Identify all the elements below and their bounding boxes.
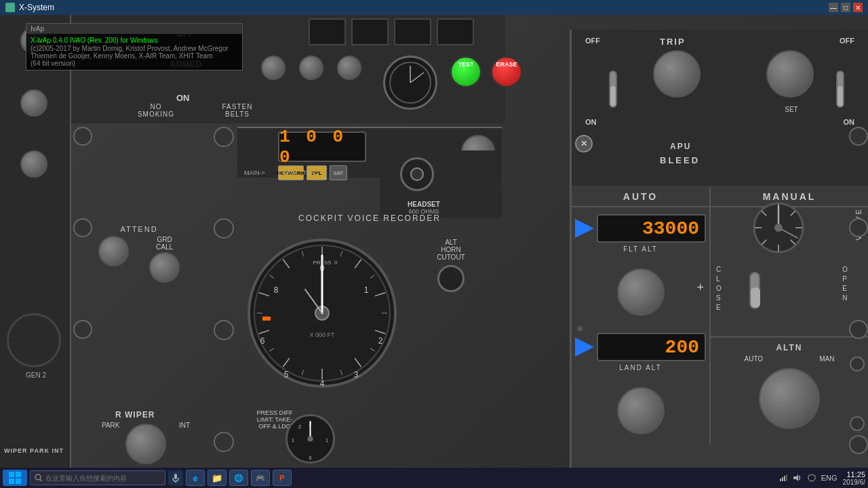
flt-alt-arrow: [575, 219, 594, 238]
right-edge-ind-2[interactable]: [849, 218, 868, 237]
dark-btn-2[interactable]: [351, 18, 389, 45]
int-label: INT: [179, 422, 190, 429]
knob-left-bot[interactable]: [20, 150, 47, 178]
mic-button[interactable]: [168, 470, 183, 485]
grd-call-knob[interactable]: [149, 252, 180, 283]
right-edge-ind-1[interactable]: [849, 127, 868, 146]
dark-btn-4[interactable]: [437, 18, 474, 45]
taskbar-right-area: ENG 11:25 2019/6/: [779, 470, 865, 486]
toggle-switch-right[interactable]: [836, 70, 844, 108]
left-side-ind-1[interactable]: [73, 127, 92, 146]
cockpit-panel: GEN 2 WIPER PARK INT OFF ARMED ON NO SMO…: [0, 15, 868, 468]
svg-rect-58: [9, 479, 14, 484]
svg-text:3: 3: [354, 370, 359, 380]
attend-knob[interactable]: [98, 236, 129, 266]
svg-rect-66: [784, 476, 785, 481]
apu-label: APU: [670, 142, 691, 151]
off-tr-right: OFF: [840, 37, 854, 45]
svg-rect-57: [16, 472, 21, 477]
close-label: C L O S E: [716, 265, 722, 312]
park-label: PARK: [102, 422, 120, 429]
test-button[interactable]: TEST: [450, 56, 482, 88]
left-strip: GEN 2 WIPER PARK INT: [0, 15, 71, 468]
cabin-climb-gauge: 2 1 0 1 2: [285, 413, 336, 464]
side-knob-1[interactable]: [214, 127, 234, 147]
svg-text:8: 8: [274, 285, 279, 295]
minimize-button[interactable]: —: [829, 3, 838, 12]
flt-alt-knob[interactable]: [617, 268, 665, 316]
valve-toggle[interactable]: [749, 272, 760, 309]
svg-rect-65: [782, 477, 783, 481]
right-panel: TRIP SET OFF OFF ON ON APU BLEED: [570, 30, 868, 483]
search-bar[interactable]: [30, 470, 165, 485]
left-side-ind-2[interactable]: [73, 218, 92, 237]
gen2-knob[interactable]: GEN 2: [7, 313, 61, 367]
svg-text:6: 6: [260, 336, 265, 346]
svg-rect-62: [174, 474, 177, 479]
trip-knob-right[interactable]: SET: [766, 50, 814, 98]
erase-button[interactable]: ERASE: [490, 56, 523, 88]
svg-point-55: [308, 436, 313, 442]
alt-horn-button[interactable]: [437, 265, 465, 292]
ivap-line2: (c)2005-2017 by Martin Domig, Kristof Pr…: [31, 45, 238, 52]
svg-text:4: 4: [320, 379, 325, 388]
altn-knob[interactable]: [759, 368, 820, 429]
svg-text:2: 2: [298, 424, 301, 429]
titlebar: X-System — □ ✕: [0, 0, 868, 15]
plus-button[interactable]: +: [696, 281, 704, 295]
taskbar-explorer-icon[interactable]: 📁: [208, 470, 226, 486]
on-tr-right: ON: [844, 118, 855, 126]
taskbar-browser-icon[interactable]: 🌐: [229, 470, 248, 486]
svg-text:PRESS: PRESS: [313, 260, 331, 266]
toggle-switch-left[interactable]: [609, 70, 617, 108]
svg-text:0: 0: [334, 260, 338, 266]
search-icon: [35, 474, 43, 482]
alt-horn-area: ALT HORN CUTOUT: [417, 239, 485, 292]
window-controls: — □ ✕: [829, 3, 863, 12]
top-right-panel: TRIP SET OFF OFF ON ON APU BLEED: [572, 30, 868, 186]
land-alt-knob[interactable]: [617, 387, 665, 434]
side-knob-3[interactable]: [214, 320, 234, 340]
x-button[interactable]: ✕: [575, 135, 593, 152]
trip-label: TRIP: [660, 37, 686, 47]
left-side-ind-3[interactable]: [73, 320, 92, 339]
ivap-body: X-IvAp 0.4.0 IVAO (Rev. 200) for Windows…: [26, 34, 242, 70]
search-input[interactable]: [45, 474, 161, 482]
right-edge-ind-4[interactable]: [849, 435, 868, 454]
ivap-line3: Thiemen de Gooijer, Kenny Moens, X-AIR T…: [31, 52, 238, 60]
right-edge-knob-2[interactable]: [850, 416, 865, 431]
land-alt-display-row: 200: [575, 333, 706, 361]
close-button[interactable]: ✕: [853, 3, 863, 12]
speaker-icon: [793, 474, 802, 482]
svg-line-61: [40, 479, 42, 481]
right-edge-knob-1[interactable]: [850, 357, 865, 371]
side-knob-2[interactable]: [214, 218, 234, 239]
r-wiper-knob[interactable]: [125, 424, 166, 464]
maximize-button[interactable]: □: [841, 3, 850, 12]
clock-area: 11:25 2019/6/: [843, 470, 865, 486]
app-icon: [5, 3, 15, 12]
center-knob-3[interactable]: [337, 56, 361, 80]
svg-rect-34: [262, 317, 271, 321]
taskbar-ie-icon[interactable]: e: [186, 470, 205, 486]
right-edge-ind-3[interactable]: [849, 320, 868, 339]
ivap-header: IvAp: [26, 24, 242, 34]
dark-btn-1[interactable]: [309, 18, 346, 45]
valve-gauge: [751, 201, 806, 255]
bleed-label: BLEED: [660, 155, 700, 165]
land-alt-display: 200: [597, 333, 706, 361]
center-knob-2[interactable]: [299, 56, 323, 80]
flt-alt-display-row: 33000: [575, 214, 706, 243]
dark-btn-3[interactable]: [394, 18, 431, 45]
flt-alt-row: 33000 FLT ALT: [575, 214, 706, 253]
center-knob-1[interactable]: [261, 56, 285, 80]
fasten-belts-label: FASTEN BELTS: [214, 103, 261, 118]
taskbar-ppt-icon[interactable]: P: [273, 470, 292, 486]
trip-knob-left[interactable]: [653, 50, 701, 98]
knob-left-mid[interactable]: [20, 89, 47, 117]
start-button[interactable]: [3, 470, 27, 486]
sat-label: SAT: [334, 170, 344, 176]
taskbar-game-icon[interactable]: 🎮: [251, 470, 270, 486]
taskbar: e 📁 🌐 🎮 P ENG 11:25 2019/6/: [0, 468, 868, 488]
sat-button[interactable]: SAT: [330, 165, 347, 180]
